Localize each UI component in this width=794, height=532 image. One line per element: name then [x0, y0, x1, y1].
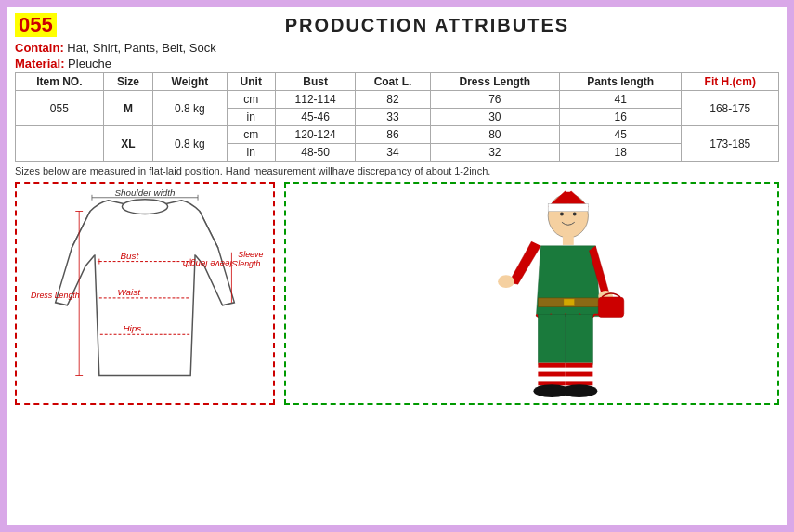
- material-line: Material: Pleuche: [15, 57, 779, 71]
- table-row: 055 M 0.8 kg cm 112-114 82 76 41 168-175: [16, 91, 779, 109]
- svg-text:Shoulder width: Shoulder width: [114, 188, 176, 198]
- table-row: XL 0.8 kg cm 120-124 86 80 45 173-185: [16, 126, 779, 144]
- diagrams-row: Shoulder width Bust Sleeve length Sleeve…: [15, 182, 779, 405]
- svg-rect-36: [538, 363, 566, 368]
- cell-dress-cm-m: 76: [430, 91, 559, 109]
- elf-svg: [286, 184, 777, 403]
- svg-text:Sleeve length: Sleeve length: [182, 259, 238, 269]
- cell-unit-in-xl: in: [227, 144, 275, 162]
- th-bust: Bust: [276, 73, 356, 91]
- svg-rect-32: [598, 297, 624, 318]
- svg-text:Sleeve: Sleeve: [238, 250, 263, 259]
- cell-item-no-xl: [16, 126, 104, 162]
- th-coat-l: Coat L.: [356, 73, 431, 91]
- cell-pants-in-xl: 18: [559, 144, 682, 162]
- th-fit-h: Fit H.(cm): [682, 73, 779, 91]
- svg-rect-29: [564, 299, 575, 306]
- th-weight: Weight: [153, 73, 227, 91]
- elf-diagram: [284, 182, 779, 405]
- cell-unit-cm-m: cm: [227, 91, 275, 109]
- svg-point-45: [560, 212, 564, 215]
- cell-weight-xl: 0.8 kg: [153, 126, 227, 162]
- contain-value: Hat, Shirt, Pants, Belt, Sock: [67, 41, 215, 55]
- cell-weight-m: 0.8 kg: [153, 91, 227, 126]
- th-unit: Unit: [227, 73, 275, 91]
- svg-text:Dress Length: Dress Length: [31, 291, 80, 300]
- svg-point-0: [122, 200, 167, 214]
- contain-label: Contain:: [15, 41, 64, 55]
- contain-line: Contain: Hat, Shirt, Pants, Belt, Sock: [15, 41, 779, 55]
- cell-fit-h-xl: 173-185: [682, 126, 779, 162]
- svg-rect-33: [538, 315, 566, 365]
- svg-rect-41: [566, 372, 593, 377]
- th-item-no: Item NO.: [16, 73, 104, 91]
- svg-text:length: length: [238, 259, 260, 268]
- cell-dress-in-m: 30: [430, 109, 559, 126]
- cell-coat-in-m: 33: [356, 109, 431, 126]
- th-dress-length: Dress Length: [430, 73, 559, 91]
- cell-bust-in-xl: 48-50: [276, 144, 356, 162]
- cell-size-m: M: [103, 91, 153, 126]
- th-pants-length: Pants length: [559, 73, 682, 91]
- cell-item-no-055: 055: [16, 91, 104, 126]
- item-number: 055: [15, 13, 57, 37]
- svg-point-46: [573, 212, 577, 215]
- note-line: Sizes below are measured in flat-laid po…: [15, 165, 779, 176]
- cell-bust-cm-m: 112-114: [276, 91, 356, 109]
- svg-text:Bust: Bust: [120, 251, 139, 261]
- material-value: Pleuche: [68, 57, 111, 71]
- cell-pants-in-m: 16: [559, 109, 682, 126]
- cell-bust-in-m: 45-46: [276, 109, 356, 126]
- svg-point-26: [565, 185, 572, 192]
- svg-rect-34: [566, 315, 593, 365]
- size-table: Item NO. Size Weight Unit Bust Coat L. D…: [15, 72, 779, 162]
- svg-rect-40: [566, 363, 593, 368]
- svg-rect-22: [399, 184, 664, 403]
- cell-coat-cm-m: 82: [356, 91, 431, 109]
- cell-size-xl: XL: [103, 126, 153, 162]
- svg-point-30: [498, 275, 514, 288]
- svg-rect-37: [538, 372, 566, 377]
- cell-coat-in-xl: 34: [356, 144, 431, 162]
- cell-bust-cm-xl: 120-124: [276, 126, 356, 144]
- svg-text:Waist: Waist: [118, 287, 142, 297]
- inner-card: 055 PRODUCTION ATTRIBUTES Contain: Hat, …: [7, 7, 787, 525]
- cell-dress-cm-xl: 80: [430, 126, 559, 144]
- cell-dress-in-xl: 32: [430, 144, 559, 162]
- garment-diagram: Shoulder width Bust Sleeve length Sleeve…: [15, 182, 275, 405]
- cell-coat-cm-xl: 86: [356, 126, 431, 144]
- cell-unit-in-m: in: [227, 109, 275, 126]
- svg-rect-25: [548, 204, 588, 212]
- cell-pants-cm-xl: 45: [559, 126, 682, 144]
- header-row: 055 PRODUCTION ATTRIBUTES: [15, 13, 779, 37]
- cell-pants-cm-m: 41: [559, 91, 682, 109]
- th-size: Size: [103, 73, 153, 91]
- garment-svg: Shoulder width Bust Sleeve length Sleeve…: [17, 184, 273, 403]
- cell-fit-h-m: 168-175: [682, 91, 779, 126]
- svg-text:Hips: Hips: [123, 323, 141, 333]
- page-title: PRODUCTION ATTRIBUTES: [75, 15, 779, 36]
- outer-wrapper: 055 PRODUCTION ATTRIBUTES Contain: Hat, …: [0, 0, 794, 532]
- cell-unit-cm-xl: cm: [227, 126, 275, 144]
- material-label: Material:: [15, 57, 64, 71]
- svg-rect-27: [563, 236, 574, 245]
